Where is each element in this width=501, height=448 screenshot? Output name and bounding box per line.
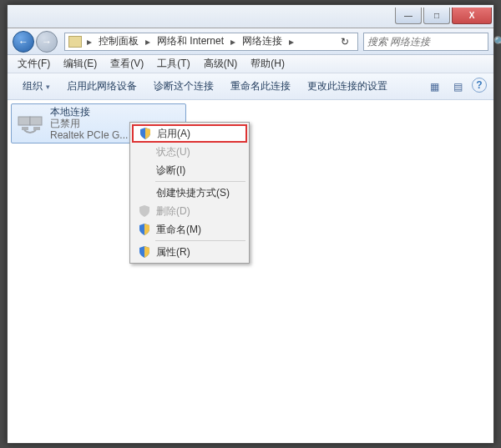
breadcrumb-arrow-icon: ▸ [229, 36, 237, 48]
ctx-shortcut[interactable]: 创建快捷方式(S) [132, 184, 247, 202]
menu-bar: 文件(F) 编辑(E) 查看(V) 工具(T) 高级(N) 帮助(H) [8, 55, 493, 73]
connection-adapter: Realtek PCIe G... [50, 129, 128, 141]
ctx-enable[interactable]: 启用(A) [132, 124, 247, 143]
shield-icon [138, 223, 151, 236]
ctx-delete: 删除(D) [132, 202, 247, 220]
shield-icon [139, 127, 152, 140]
breadcrumb-arrow-icon: ▸ [144, 36, 152, 48]
navigation-bar: ← → ▸ 控制面板 ▸ 网络和 Internet ▸ 网络连接 ▸ ↻ 🔍 [8, 28, 493, 55]
maximize-icon: □ [434, 11, 439, 20]
ctx-properties-label: 属性(R) [156, 245, 190, 259]
forward-icon: → [42, 36, 52, 48]
folder-icon [68, 36, 82, 48]
menu-file[interactable]: 文件(F) [11, 55, 57, 73]
shield-icon [138, 245, 151, 259]
rename-button[interactable]: 重命名此连接 [222, 76, 299, 97]
menu-view[interactable]: 查看(V) [104, 55, 150, 73]
change-settings-button[interactable]: 更改此连接的设置 [299, 76, 396, 97]
organize-button[interactable]: 组织 [14, 76, 58, 97]
ctx-delete-label: 删除(D) [156, 204, 190, 219]
breadcrumb-arrow-icon: ▸ [85, 36, 94, 48]
separator [155, 240, 245, 241]
preview-pane-button[interactable]: ▤ [448, 78, 467, 96]
menu-edit[interactable]: 编辑(E) [57, 55, 104, 73]
minimize-icon: — [404, 11, 412, 20]
window-controls: — □ X [395, 8, 493, 24]
shield-icon [138, 204, 151, 218]
search-input[interactable] [367, 36, 493, 48]
search-box[interactable]: 🔍 [363, 33, 488, 51]
breadcrumb-seg-1[interactable]: 控制面板 [94, 33, 144, 50]
connection-labels: 本地连接 已禁用 Realtek PCIe G... [50, 106, 128, 141]
content-area: 本地连接 已禁用 Realtek PCIe G... 启用(A) 状态(U) 诊… [8, 100, 493, 443]
svg-rect-3 [33, 127, 40, 130]
connection-name: 本地连接 [50, 106, 128, 118]
close-icon: X [469, 11, 475, 20]
forward-button[interactable]: → [36, 31, 58, 53]
breadcrumb-arrow-icon: ▸ [287, 36, 296, 48]
ctx-status: 状态(U) [132, 143, 247, 161]
separator [155, 181, 245, 182]
refresh-button[interactable]: ↻ [336, 33, 354, 50]
ctx-rename[interactable]: 重命名(M) [132, 220, 247, 239]
breadcrumb-seg-3[interactable]: 网络连接 [237, 33, 287, 50]
ctx-diagnose-label: 诊断(I) [156, 164, 185, 178]
breadcrumb-seg-2[interactable]: 网络和 Internet [152, 33, 229, 50]
enable-device-button[interactable]: 启用此网络设备 [58, 76, 145, 97]
back-button[interactable]: ← [13, 31, 34, 53]
explorer-window: — □ X ← → ▸ 控制面板 ▸ 网络和 Internet ▸ 网络连接 ▸… [7, 4, 494, 444]
close-button[interactable]: X [452, 8, 492, 24]
connection-status: 已禁用 [50, 118, 128, 129]
svg-rect-0 [18, 117, 30, 125]
back-icon: ← [18, 36, 28, 48]
maximize-button[interactable]: □ [423, 8, 450, 24]
menu-tools[interactable]: 工具(T) [150, 55, 196, 73]
ctx-properties[interactable]: 属性(R) [132, 243, 247, 261]
ctx-status-label: 状态(U) [156, 145, 190, 159]
ctx-diagnose[interactable]: 诊断(I) [132, 161, 247, 179]
address-bar[interactable]: ▸ 控制面板 ▸ 网络和 Internet ▸ 网络连接 ▸ ↻ [64, 33, 358, 51]
svg-rect-2 [22, 127, 28, 130]
minimize-button[interactable]: — [395, 8, 422, 24]
command-bar: 组织 启用此网络设备 诊断这个连接 重命名此连接 更改此连接的设置 ▦ ▤ ? [8, 73, 493, 100]
svg-rect-1 [30, 117, 42, 125]
ctx-rename-label: 重命名(M) [156, 223, 201, 237]
menu-help[interactable]: 帮助(H) [244, 55, 291, 73]
network-adapter-icon [15, 108, 45, 138]
menu-advanced[interactable]: 高级(N) [197, 55, 245, 73]
ctx-shortcut-label: 创建快捷方式(S) [156, 186, 230, 200]
diagnose-button[interactable]: 诊断这个连接 [145, 76, 222, 97]
search-icon: 🔍 [493, 36, 501, 48]
titlebar: — □ X [8, 5, 493, 28]
help-button[interactable]: ? [472, 78, 487, 93]
context-menu: 启用(A) 状态(U) 诊断(I) 创建快捷方式(S) 删除(D) [129, 122, 250, 264]
ctx-enable-label: 启用(A) [157, 127, 190, 141]
view-mode-button[interactable]: ▦ [425, 78, 443, 96]
